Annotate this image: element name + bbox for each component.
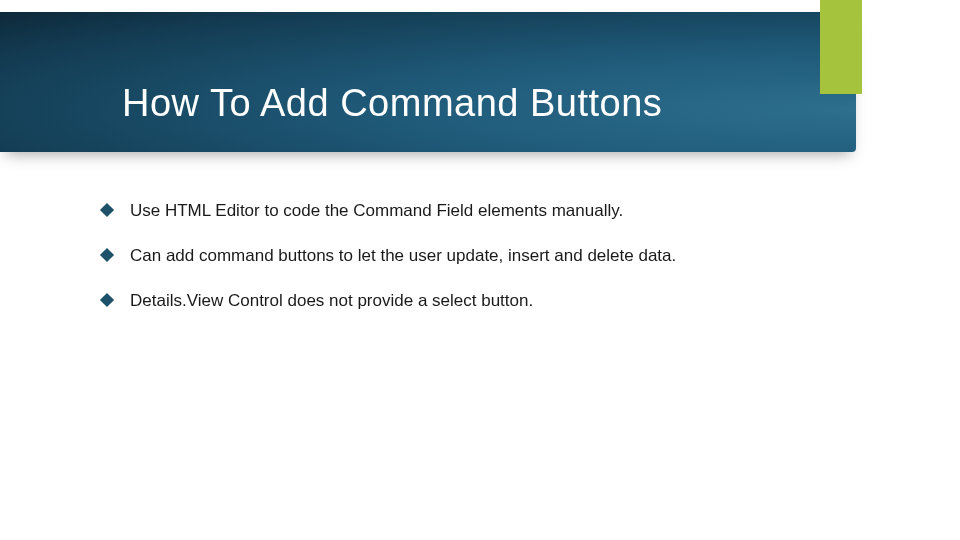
list-item: Use HTML Editor to code the Command Fiel…: [102, 200, 900, 223]
diamond-icon: [100, 293, 114, 307]
bullet-text: Use HTML Editor to code the Command Fiel…: [130, 200, 900, 223]
diamond-icon: [100, 203, 114, 217]
title-band: How To Add Command Buttons: [0, 12, 856, 152]
slide-title: How To Add Command Buttons: [122, 82, 662, 125]
list-item: Details.View Control does not provide a …: [102, 290, 900, 313]
bullet-text: Can add command buttons to let the user …: [130, 245, 900, 268]
bullet-text: Details.View Control does not provide a …: [130, 290, 900, 313]
accent-block: [820, 0, 862, 94]
bullet-list: Use HTML Editor to code the Command Fiel…: [102, 200, 900, 335]
diamond-icon: [100, 248, 114, 262]
list-item: Can add command buttons to let the user …: [102, 245, 900, 268]
slide: How To Add Command Buttons Use HTML Edit…: [0, 0, 960, 540]
